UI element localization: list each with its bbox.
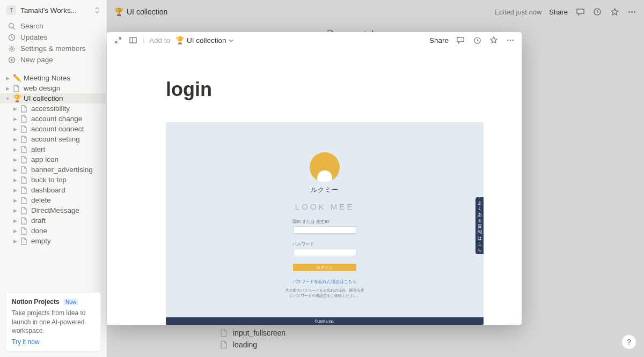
tree-label: DirectMessage <box>31 206 79 214</box>
triangle-right-icon[interactable]: ▶ <box>12 239 18 244</box>
triangle-right-icon[interactable]: ▶ <box>12 218 18 224</box>
logo-kana: ルクミー <box>311 185 339 195</box>
chevron-down-icon <box>229 38 233 43</box>
sidebar-search-label: Search <box>20 22 43 30</box>
plus-circle-icon <box>8 56 16 64</box>
sidebar-new-page[interactable]: New page <box>0 54 106 65</box>
triangle-right-icon[interactable]: ▶ <box>12 228 18 234</box>
triangle-right-icon[interactable]: ▶ <box>12 198 18 203</box>
list-item[interactable]: input_fullscreen <box>220 327 286 339</box>
tree-item[interactable]: ▶draft <box>0 215 106 226</box>
logo-mark <box>310 152 340 182</box>
triangle-right-icon[interactable]: ▶ <box>12 147 18 152</box>
add-to-destination[interactable]: 🏆 UI collection <box>175 36 233 44</box>
triangle-right-icon[interactable]: ▶ <box>12 157 18 162</box>
triangle-right-icon[interactable]: ▶ <box>12 188 18 193</box>
triangle-right-icon[interactable]: ▶ <box>12 167 18 173</box>
tree-label: buck to top <box>31 176 67 184</box>
promo-cta[interactable]: Try it now <box>12 338 94 346</box>
svg-point-11 <box>510 40 511 41</box>
triangle-right-icon[interactable]: ▶ <box>12 137 18 142</box>
tree-item[interactable]: ▶done <box>0 226 106 236</box>
tree-item[interactable]: ▶dashboard <box>0 185 106 195</box>
list-item[interactable]: loading <box>220 339 286 351</box>
tree-label: account change <box>31 115 82 123</box>
login-footer: ©UniFa Inc. <box>166 317 484 325</box>
tree-label: alert <box>31 145 45 153</box>
workspace-name: Tamaki's Works... <box>20 6 90 14</box>
page-icon <box>20 176 29 184</box>
faq-tab[interactable]: ? よくある質問はこちら <box>475 197 484 254</box>
peek-mode-icon[interactable] <box>128 35 138 45</box>
tree-label: accessibility <box>31 105 70 113</box>
page-icon <box>20 217 29 225</box>
page-icon <box>20 197 29 204</box>
separator <box>143 36 144 44</box>
forgot-password-link[interactable]: パスワードを忘れた場合はこちら <box>292 279 357 285</box>
help-button[interactable]: ? <box>621 334 636 349</box>
triangle-right-icon[interactable]: ▶ <box>12 127 18 132</box>
tree-item[interactable]: ▶alert <box>0 144 106 154</box>
password-input[interactable] <box>293 249 356 256</box>
page-icon <box>20 136 29 143</box>
tree-item[interactable]: ▶account connect <box>0 124 106 134</box>
triangle-right-icon[interactable]: ▶ <box>4 76 11 81</box>
tree-item-meeting-notes[interactable]: ▶ ✏️ Meeting Notes <box>0 73 106 83</box>
login-note: 先生IDのパスワードをお忘れの場合、園長先生にパスワードの再設定をご依頼ください… <box>284 288 365 299</box>
triangle-right-icon[interactable]: ▶ <box>12 177 18 183</box>
modal-share-button[interactable]: Share <box>429 36 449 44</box>
trophy-icon: 🏆 <box>175 36 185 44</box>
workspace-switcher[interactable]: T Tamaki's Works... <box>0 0 106 20</box>
star-icon[interactable] <box>489 35 499 45</box>
tree-item[interactable]: ▶accessibility <box>0 103 106 114</box>
expand-icon[interactable] <box>113 35 123 45</box>
background-page-list-tail: input_fullscreen loading <box>220 327 286 351</box>
tree-label: dashboard <box>31 186 65 194</box>
svg-point-0 <box>9 23 13 27</box>
trophy-icon: 🏆 <box>13 94 21 102</box>
tree-item[interactable]: ▶account setting <box>0 134 106 144</box>
triangle-right-icon[interactable]: ▶ <box>12 116 18 122</box>
tree-item[interactable]: ▶banner_advertising <box>0 165 106 175</box>
promo-desc: Take projects from idea to launch in one… <box>12 309 94 335</box>
sidebar-settings-label: Settings & members <box>20 44 86 53</box>
page-icon <box>20 146 29 153</box>
sidebar-search[interactable]: Search <box>0 20 106 32</box>
field-label-password: パスワード <box>292 241 314 247</box>
tree-item[interactable]: ▶account change <box>0 114 106 124</box>
tree-item-ui-collection[interactable]: ▾ 🏆 UI collection <box>0 93 106 103</box>
sidebar-settings[interactable]: Settings & members <box>0 43 106 54</box>
tree-item[interactable]: ▶buck to top <box>0 175 106 185</box>
comment-icon[interactable] <box>456 35 465 45</box>
screenshot-login: ルクミー LOOK MEE 園ID または 先生ID パスワード ログイン パス… <box>166 122 484 325</box>
login-button[interactable]: ログイン <box>293 264 356 271</box>
clock-icon[interactable] <box>472 35 482 45</box>
page-icon <box>20 156 29 163</box>
page-icon <box>20 187 29 194</box>
triangle-down-icon[interactable]: ▾ <box>4 96 11 101</box>
promo-title: Notion Projects <box>12 298 60 306</box>
id-input[interactable] <box>293 226 356 234</box>
page-icon <box>20 125 29 133</box>
tree-label: banner_advertising <box>31 166 93 174</box>
tree-item[interactable]: ▶DirectMessage <box>0 205 106 215</box>
triangle-right-icon[interactable]: ▶ <box>4 86 11 91</box>
tree-item[interactable]: ▶app icon <box>0 154 106 165</box>
triangle-right-icon[interactable]: ▶ <box>12 106 18 111</box>
svg-point-2 <box>11 48 13 50</box>
page-tree: ▶ ✏️ Meeting Notes ▶ web design ▾ 🏆 UI c… <box>0 73 106 246</box>
modal-page-title[interactable]: login <box>166 78 522 101</box>
tree-item-web-design[interactable]: ▶ web design <box>0 83 106 93</box>
sidebar-updates[interactable]: Updates <box>0 32 106 43</box>
triangle-right-icon[interactable]: ▶ <box>12 208 18 213</box>
page-icon <box>20 207 29 214</box>
more-icon[interactable] <box>506 35 515 45</box>
tree-label: Meeting Notes <box>24 74 70 82</box>
field-label-id: 園ID または 先生ID <box>292 219 329 225</box>
page-icon <box>13 85 21 92</box>
tree-item[interactable]: ▶empty <box>0 236 106 246</box>
page-icon <box>20 227 29 235</box>
modal-toolbar: Add to 🏆 UI collection Share <box>107 32 522 48</box>
tree-item[interactable]: ▶delete <box>0 195 106 205</box>
page-icon <box>20 237 29 245</box>
